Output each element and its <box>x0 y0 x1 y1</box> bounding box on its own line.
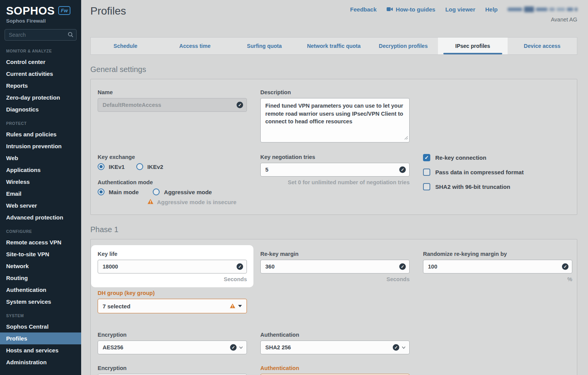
checkbox-icon[interactable] <box>423 154 430 161</box>
sidebar-nav: MONITOR & ANALYZE Control center Current… <box>0 43 81 368</box>
key-life-label: Key life <box>98 251 247 257</box>
rekey-margin-input[interactable] <box>260 260 410 273</box>
header-right: Feedback How-to guides Log viewer Help A… <box>350 6 577 23</box>
description-field-group: Description Fined tuned VPN parameters y… <box>260 89 410 144</box>
radio-main-mode[interactable]: Main mode <box>98 188 139 195</box>
valid-check-icon <box>237 264 243 270</box>
sidebar-item-rules-and-policies[interactable]: Rules and policies <box>0 128 81 140</box>
sidebar-item-web[interactable]: Web <box>0 152 81 164</box>
authentication1-select[interactable] <box>260 341 410 354</box>
checkbox-icon[interactable] <box>423 183 430 190</box>
valid-check-icon <box>562 264 568 270</box>
nav-section-configure: CONFIGURE <box>0 223 81 236</box>
nav-section-system: SYSTEM <box>0 308 81 321</box>
randomize-input[interactable] <box>423 260 572 273</box>
sidebar-item-applications[interactable]: Applications <box>0 164 81 176</box>
radio-icon[interactable] <box>136 163 143 170</box>
valid-check-icon <box>399 167 406 173</box>
sidebar-item-current-activities[interactable]: Current activities <box>0 68 81 80</box>
sidebar-item-wireless[interactable]: Wireless <box>0 176 81 188</box>
search-input[interactable] <box>5 29 77 41</box>
sidebar-item-zero-day-protection[interactable]: Zero-day protection <box>0 92 81 103</box>
sidebar-item-advanced-protection[interactable]: Advanced protection <box>0 211 81 223</box>
compressed-format-checkbox[interactable]: Pass data in compressed format <box>423 169 572 176</box>
sidebar: SOPHOS Fw Sophos Firewall MONITOR & ANAL… <box>0 0 81 375</box>
radio-ikev1[interactable]: IKEv1 <box>98 163 125 170</box>
firewall-badge-icon: Fw <box>58 6 70 15</box>
radio-ikev2[interactable]: IKEv2 <box>136 163 163 170</box>
options-checkbox-column: Re-key connection Pass data in compresse… <box>423 154 572 198</box>
key-exchange-block: Key exchange IKEv1 IKEv2 Authentication … <box>98 154 247 205</box>
sidebar-item-authentication[interactable]: Authentication <box>0 284 81 296</box>
key-life-spotlight: Key life Seconds <box>91 245 253 287</box>
rekey-margin-field-group: Re-key margin Seconds <box>260 251 410 282</box>
key-exchange-label: Key exchange <box>98 154 247 160</box>
tab-surfing-quota[interactable]: Surfing quota <box>230 38 299 54</box>
rekey-connection-checkbox[interactable]: Re-key connection <box>423 154 572 161</box>
description-textarea[interactable]: Fined tuned VPN parameters you can use t… <box>260 98 410 142</box>
log-viewer-link[interactable]: Log viewer <box>445 6 475 13</box>
key-life-input[interactable] <box>98 260 247 273</box>
help-link[interactable]: Help <box>485 6 498 13</box>
video-icon <box>387 6 393 13</box>
search-icon[interactable] <box>68 32 74 39</box>
authentication2-label: Authentication <box>260 365 410 371</box>
sidebar-item-hosts-and-services[interactable]: Hosts and services <box>0 344 81 356</box>
sidebar-item-sophos-central[interactable]: Sophos Central <box>0 321 81 332</box>
sidebar-item-administration[interactable]: Administration <box>0 356 81 368</box>
rekey-margin-unit: Seconds <box>260 276 410 282</box>
caret-down-icon <box>238 305 242 307</box>
radio-icon[interactable] <box>153 188 160 195</box>
dh-group-label: DH group (key group) <box>98 290 247 296</box>
name-label: Name <box>98 89 247 95</box>
feedback-link[interactable]: Feedback <box>350 6 377 13</box>
encryption1-select[interactable] <box>98 341 247 354</box>
product-name: Sophos Firewall <box>0 16 81 28</box>
sha2-truncation-checkbox[interactable]: SHA2 with 96-bit truncation <box>423 183 572 190</box>
tab-schedule[interactable]: Schedule <box>91 38 160 54</box>
phase1-panel: Key life Seconds Re-key margin Seconds <box>90 239 577 375</box>
redacted-username[interactable] <box>508 7 577 12</box>
negotiation-label: Key negotiation tries <box>260 154 410 160</box>
radio-icon[interactable] <box>98 163 105 170</box>
sidebar-item-site-to-site-vpn[interactable]: Site-to-site VPN <box>0 248 81 260</box>
profile-tabs: Schedule Access time Surfing quota Netwo… <box>90 37 577 55</box>
sidebar-item-web-server[interactable]: Web server <box>0 200 81 211</box>
encryption2-field-group: Encryption <box>98 365 247 375</box>
dh-group-dropdown[interactable]: 7 selected <box>98 299 247 313</box>
sidebar-item-network[interactable]: Network <box>0 260 81 272</box>
description-label: Description <box>260 89 410 95</box>
negotiation-input[interactable] <box>260 163 410 177</box>
top-links: Feedback How-to guides Log viewer Help <box>350 6 577 13</box>
tab-ipsec-profiles[interactable]: IPsec profiles <box>438 38 507 54</box>
sidebar-item-reports[interactable]: Reports <box>0 80 81 92</box>
valid-check-icon <box>230 344 237 351</box>
radio-icon[interactable] <box>98 188 105 195</box>
tab-decryption-profiles[interactable]: Decryption profiles <box>369 38 438 54</box>
radio-aggressive-mode[interactable]: Aggressive mode <box>153 188 212 195</box>
sidebar-item-diagnostics[interactable]: Diagnostics <box>0 103 81 115</box>
sidebar-item-system-services[interactable]: System services <box>0 296 81 308</box>
sidebar-item-remote-access-vpn[interactable]: Remote access VPN <box>0 236 81 248</box>
resize-handle-icon[interactable] <box>404 134 408 141</box>
valid-check-icon <box>237 102 243 108</box>
authentication1-label: Authentication <box>260 332 410 338</box>
sidebar-item-profiles[interactable]: Profiles <box>0 332 81 344</box>
sidebar-item-routing[interactable]: Routing <box>0 272 81 284</box>
warning-triangle-icon <box>230 303 235 309</box>
how-to-guides-link[interactable]: How-to guides <box>387 6 435 13</box>
rekey-margin-label: Re-key margin <box>260 251 410 257</box>
organization-name: Avanet AG <box>551 16 577 23</box>
tab-network-traffic-quota[interactable]: Network traffic quota <box>299 38 368 54</box>
page-header: Profiles Feedback How-to guides Log view… <box>90 0 577 37</box>
tab-access-time[interactable]: Access time <box>160 38 229 54</box>
checkbox-icon[interactable] <box>423 169 430 176</box>
auth-mode-label: Authentication mode <box>98 179 247 185</box>
encryption1-label: Encryption <box>98 332 247 338</box>
general-settings-panel: Name Description Fined tuned VPN paramet… <box>90 79 577 215</box>
tab-device-access[interactable]: Device access <box>508 38 577 54</box>
sidebar-item-control-center[interactable]: Control center <box>0 56 81 68</box>
sidebar-item-email[interactable]: Email <box>0 188 81 200</box>
name-input[interactable] <box>98 98 247 112</box>
sidebar-item-intrusion-prevention[interactable]: Intrusion prevention <box>0 140 81 152</box>
